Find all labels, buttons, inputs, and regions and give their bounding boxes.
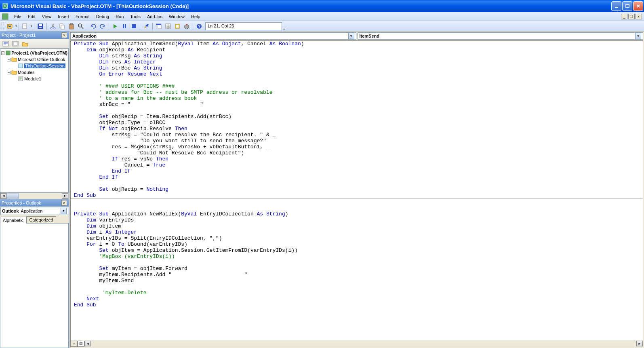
scroll-thumb[interactable] (7, 194, 19, 198)
object-browser-button[interactable] (173, 22, 182, 31)
svg-rect-17 (123, 24, 124, 28)
dropdown-arrow-icon[interactable]: ▼ (635, 33, 641, 39)
svg-text:?: ? (198, 24, 200, 29)
view-object-button[interactable] (11, 40, 20, 48)
dropdown-arrow-icon[interactable]: ▾ (31, 24, 32, 28)
scroll-right-button[interactable]: ► (636, 341, 643, 346)
properties-panel-title: Properties - Outlook (2, 200, 41, 205)
svg-rect-25 (176, 25, 179, 27)
project-panel-title: Project - Project1 (2, 33, 36, 38)
svg-point-11 (54, 27, 55, 29)
svg-rect-13 (61, 25, 64, 29)
code-editor-hscroll[interactable]: ≡ ▤ ◄ ► (71, 340, 643, 347)
project-panel-header: Project - Project1 × (0, 32, 69, 39)
close-button[interactable] (633, 1, 643, 11)
dropdown-arrow-icon[interactable]: ▼ (61, 208, 67, 214)
svg-rect-21 (156, 24, 161, 25)
svg-rect-18 (125, 24, 126, 28)
properties-tab-categorized[interactable]: Categorized (26, 216, 56, 223)
tree-node-project[interactable]: −Project1 (VbaProject.OTM) (1, 50, 67, 56)
view-outlook-button[interactable] (5, 22, 14, 31)
maximize-button[interactable] (622, 1, 632, 11)
help-button[interactable]: ? (195, 22, 204, 31)
menu-insert[interactable]: Insert (55, 13, 72, 20)
svg-rect-31 (6, 51, 10, 55)
collapse-icon[interactable]: − (7, 58, 11, 61)
save-button[interactable] (36, 22, 45, 31)
menu-window[interactable]: Window (166, 13, 188, 20)
svg-rect-28 (3, 41, 8, 46)
svg-point-10 (51, 27, 52, 29)
mdi-minimize-button[interactable]: _ (621, 14, 627, 19)
svg-point-16 (78, 24, 82, 27)
toolbar-grip[interactable] (2, 22, 4, 30)
redo-button[interactable] (98, 22, 107, 31)
tree-node-thisoutlooksession[interactable]: ThisOutlookSession (1, 63, 67, 69)
project-tree-hscroll[interactable]: ◄ ► (0, 193, 69, 199)
properties-tab-alphabetic[interactable]: Alphabetic (0, 217, 26, 224)
tree-node-module1[interactable]: Module1 (1, 76, 67, 82)
menu-view[interactable]: View (39, 13, 55, 20)
tree-node-folder-outlook[interactable]: −Microsoft Office Outlook (1, 56, 67, 63)
menu-help[interactable]: Help (188, 13, 204, 20)
svg-rect-5 (23, 24, 27, 29)
properties-object-dropdown[interactable]: OutlookApplication ▼ (0, 207, 68, 215)
run-button[interactable] (111, 22, 120, 31)
project-tree[interactable]: −Project1 (VbaProject.OTM) −Microsoft Of… (0, 49, 69, 193)
paste-button[interactable] (67, 22, 76, 31)
find-button[interactable] (76, 22, 85, 31)
scroll-right-button[interactable]: ► (62, 193, 68, 199)
menu-edit[interactable]: Edit (25, 13, 39, 20)
minimize-button[interactable] (611, 1, 621, 11)
properties-panel-close-button[interactable]: × (61, 200, 67, 206)
svg-rect-22 (156, 25, 158, 29)
collapse-icon[interactable]: − (7, 71, 11, 74)
procedure-view-button[interactable]: ≡ (71, 341, 78, 347)
menu-tools[interactable]: Tools (127, 13, 144, 20)
toolbar-overflow-icon[interactable]: ▾ (283, 27, 285, 31)
design-mode-button[interactable] (142, 22, 151, 31)
code-editor[interactable]: Private Sub Application_ItemSend(ByVal I… (71, 41, 643, 340)
menubar: File Edit View Insert Format Debug Run T… (0, 12, 644, 21)
view-code-button[interactable] (1, 40, 10, 48)
svg-rect-1 (615, 7, 618, 8)
menu-run[interactable]: Run (112, 13, 127, 20)
mdi-restore-button[interactable]: ❐ (628, 14, 635, 19)
menu-format[interactable]: Format (72, 13, 93, 20)
menu-addins[interactable]: Add-Ins (144, 13, 166, 20)
properties-grid[interactable] (0, 223, 69, 348)
tree-node-folder-modules[interactable]: −Modules (1, 69, 67, 76)
procedure-dropdown[interactable]: ItemSend▼ (358, 32, 644, 40)
project-panel-toolbar (0, 39, 69, 49)
mdi-close-button[interactable]: × (636, 14, 642, 19)
insert-module-button[interactable] (21, 22, 29, 31)
dropdown-arrow-icon[interactable]: ▾ (15, 24, 17, 28)
full-module-view-button[interactable]: ▤ (78, 341, 84, 347)
menu-debug[interactable]: Debug (93, 13, 112, 20)
toolbox-button[interactable] (182, 22, 191, 31)
reset-button[interactable] (129, 22, 138, 31)
undo-button[interactable] (89, 22, 98, 31)
module-icon (18, 63, 23, 69)
object-dropdown[interactable]: Application▼ (70, 32, 356, 40)
toggle-folders-button[interactable] (21, 40, 29, 48)
scroll-left-button[interactable]: ◄ (84, 341, 91, 346)
svg-rect-30 (13, 42, 17, 45)
properties-window-button[interactable] (164, 22, 173, 31)
window-title: Microsoft Visual Basic - VbaProject.OTM … (11, 3, 611, 9)
cut-button[interactable] (48, 22, 57, 31)
project-panel-close-button[interactable]: × (61, 32, 67, 38)
svg-rect-14 (69, 24, 74, 29)
break-button[interactable] (120, 22, 129, 31)
collapse-icon[interactable]: − (1, 51, 4, 55)
menu-file[interactable]: File (11, 13, 25, 20)
cursor-position-display: Ln 21, Col 26 (205, 22, 282, 30)
app-icon (2, 3, 8, 9)
project-explorer-button[interactable] (154, 22, 163, 31)
scroll-left-button[interactable]: ◄ (0, 193, 7, 199)
system-menu-icon[interactable] (2, 13, 8, 20)
copy-button[interactable] (58, 22, 67, 31)
dropdown-arrow-icon[interactable]: ▼ (348, 33, 354, 39)
folder-icon (11, 70, 17, 75)
titlebar: Microsoft Visual Basic - VbaProject.OTM … (0, 0, 644, 12)
